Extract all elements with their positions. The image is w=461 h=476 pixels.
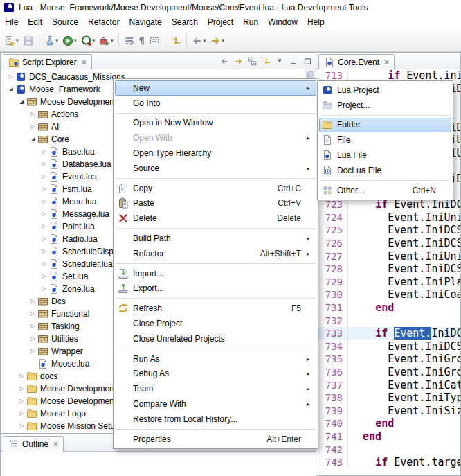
context-menu-item-restore-from-local-history[interactable]: Restore from Local History... [115,412,316,427]
context-menu-item-team[interactable]: Team▸ [115,381,316,396]
context-menu-item-copy[interactable]: CopyCtrl+C [115,181,316,196]
context-menu-item-open-type-hierarchy[interactable]: Open Type Hierarchy [115,146,316,161]
close-icon[interactable]: × [53,440,58,448]
code-segment: Event.IniGroup = GROUP:FindByName( Event… [350,366,460,378]
expand-arrow-icon[interactable]: ▷ [18,373,26,379]
context-menu-item-paste[interactable]: PasteCtrl+V [115,196,316,211]
forward-button[interactable] [232,55,244,67]
block-selection-button[interactable] [147,33,162,49]
show-whitespace-button[interactable]: ¶ [137,33,147,49]
expand-arrow-icon[interactable]: ▷ [29,112,37,117]
menubar-item-search[interactable]: Search [167,15,203,29]
close-icon[interactable]: × [384,58,389,67]
expand-arrow-icon[interactable]: ▷ [40,211,48,217]
menubar-item-help[interactable]: Help [302,15,329,29]
collapse-arrow-icon[interactable]: ◢ [18,99,26,105]
context-menu-item-refactor[interactable]: RefactorAlt+Shift+T▸ [115,246,316,261]
context-menu-item-build-path[interactable]: Build Path▸ [115,231,316,246]
context-menu-item-new[interactable]: New▸ [115,80,316,96]
minimize-button[interactable] [287,55,300,67]
new-submenu-item-lua-project[interactable]: Lua Project [319,82,451,98]
expand-arrow-icon[interactable]: ▷ [18,411,26,416]
expand-arrow-icon[interactable]: ▷ [18,386,26,391]
editor-tab[interactable]: Core.Event × [318,54,395,70]
menubar-item-edit[interactable]: Edit [23,15,47,29]
run-button[interactable]: ▾ [60,33,79,49]
code-line: 735 Event.IniGroupName = Event.IniDCSGro… [316,353,460,366]
new-submenu-item-lua-file[interactable]: Lua File [319,148,451,163]
context-menu-item-delete[interactable]: DeleteDelete [115,211,316,226]
new-wizard-button[interactable]: ▾ [2,33,21,49]
save-button[interactable] [21,33,36,49]
word-wrap-button[interactable] [122,33,137,49]
forward-button[interactable]: ▾ [208,33,226,49]
link-with-editor-button[interactable] [168,33,183,49]
context-menu-item-open-in-new-window[interactable]: Open in New Window [115,116,316,131]
menubar-item-navigate[interactable]: Navigate [124,15,166,29]
expand-arrow-icon[interactable]: ▷ [7,74,15,80]
expand-arrow-icon[interactable]: ▷ [40,161,48,167]
expand-arrow-icon[interactable]: ▷ [29,311,37,317]
collapse-arrow-icon[interactable]: ◢ [7,87,15,92]
close-icon[interactable]: × [82,58,87,67]
code-segment: Event.IniCoalition = Event.IniDCSUnit:ge… [350,288,460,301]
expand-arrow-icon[interactable]: ▷ [18,423,26,429]
expand-arrow-icon[interactable]: ▷ [40,224,48,229]
context-menu-item-go-into[interactable]: Go Into [115,96,316,111]
coverage-button[interactable]: ▾ [79,33,98,49]
context-menu-item-refresh[interactable]: RefreshF5 [115,301,316,316]
menubar-item-refactor[interactable]: Refactor [83,15,124,29]
expand-arrow-icon[interactable]: ▷ [29,336,37,342]
line-number: 737 [316,378,348,391]
back-button[interactable] [218,55,230,67]
external-tools-button[interactable]: ▾ [97,33,116,49]
outline-tab[interactable]: Outline × [3,436,64,452]
maximize-button[interactable] [301,55,314,67]
script-explorer-tab[interactable]: Script Explorer × [3,54,92,70]
view-menu-button[interactable]: ▼ [273,55,286,67]
expand-arrow-icon[interactable]: ▷ [29,349,37,354]
new-submenu-item-project[interactable]: Project... [319,98,451,113]
new-submenu-item-other[interactable]: Other...Ctrl+N [319,183,451,198]
context-menu-item-close-unrelated-projects[interactable]: Close Unrelated Projects [115,331,316,346]
context-menu-item-properties[interactable]: PropertiesAlt+Enter [115,432,316,447]
new-submenu-item-folder[interactable]: Folder [319,118,451,133]
context-menu-item-export[interactable]: Export... [115,281,316,297]
context-menu-item-debug-as[interactable]: Debug As▸ [115,367,316,382]
link-with-editor-button[interactable] [260,55,272,67]
expand-arrow-icon[interactable]: ▷ [40,186,48,192]
expand-arrow-icon[interactable]: ▷ [40,149,48,155]
code-segment: Event.IniSize = Event.IniDCSGroup:getSiz… [350,405,460,417]
menubar-item-window[interactable]: Window [263,15,302,29]
code-segment: IniDCSGroup [431,327,460,340]
tree-item-label: Menu.lua [62,197,96,206]
expand-arrow-icon[interactable]: ▷ [40,261,48,267]
expand-arrow-icon[interactable]: ▷ [40,174,48,179]
context-menu-item-compare-with[interactable]: Compare With▸ [115,396,316,412]
lua-logo-icon [3,2,15,13]
context-menu-item-run-as[interactable]: Run As▸ [115,351,316,367]
expand-arrow-icon[interactable]: ▷ [40,249,48,254]
collapse-all-button[interactable] [246,55,258,67]
menubar-item-file[interactable]: File [0,15,23,29]
new-submenu-item-file[interactable]: File [319,132,451,148]
context-menu-item-import[interactable]: Import... [115,266,316,281]
expand-arrow-icon[interactable]: ▷ [40,274,48,279]
collapse-arrow-icon[interactable]: ◢ [29,136,37,142]
context-menu-item-open-with[interactable]: Open With▸ [115,130,316,146]
expand-arrow-icon[interactable]: ▷ [40,286,48,292]
expand-arrow-icon[interactable]: ▷ [29,124,37,130]
context-menu-item-close-project[interactable]: Close Project [115,316,316,331]
back-button[interactable]: ▾ [190,33,208,49]
new-submenu-item-doclua-file[interactable]: DocLua File [319,163,451,178]
menubar-item-source[interactable]: Source [47,15,83,29]
expand-arrow-icon[interactable]: ▷ [40,236,48,242]
expand-arrow-icon[interactable]: ▷ [29,324,37,329]
expand-arrow-icon[interactable]: ▷ [18,398,26,404]
context-menu-item-source[interactable]: Source▸ [115,161,316,176]
debug-button[interactable]: ▾ [42,33,61,49]
expand-arrow-icon[interactable]: ▷ [29,299,37,304]
menubar-item-run[interactable]: Run [238,15,263,29]
menubar-item-project[interactable]: Project [203,15,238,29]
expand-arrow-icon[interactable]: ▷ [40,199,48,204]
